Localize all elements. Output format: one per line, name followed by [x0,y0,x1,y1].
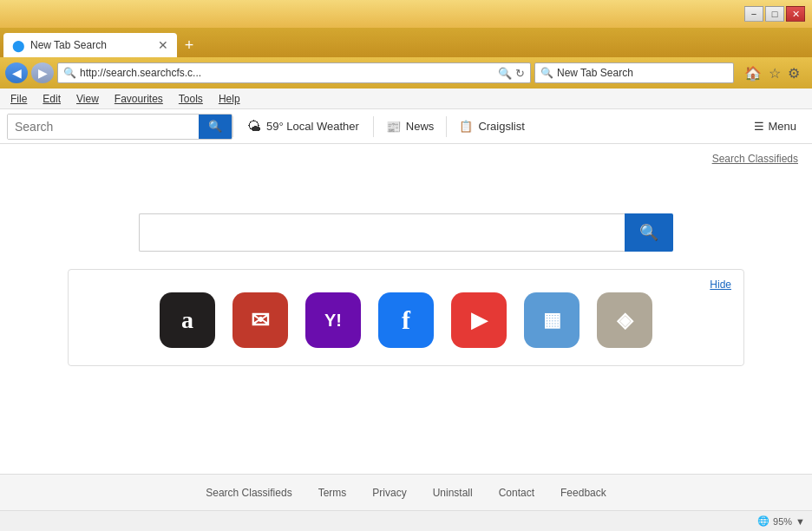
address-bar: ◀ ▶ 🔍 http://search.searchcfs.c... 🔍 ↻ 🔍… [0,57,812,88]
gmail-quicklink[interactable]: ✉ [232,292,288,348]
footer: Search Classifieds Terms Privacy Uninsta… [0,474,812,510]
footer-contact[interactable]: Contact [499,487,534,499]
weather-widget[interactable]: 🌤 59° Local Weather [233,119,373,134]
tab-bar: ⬤ New Tab Search ✕ + [0,28,812,57]
menu-label: Menu [768,120,796,133]
search-classifieds-top-link[interactable]: Search Classifieds [712,153,798,165]
forward-button[interactable]: ▶ [31,62,54,83]
footer-uninstall[interactable]: Uninstall [433,487,473,499]
yahoo-quicklink[interactable]: Y! [305,292,361,348]
title-bar-controls: − □ ✕ [744,6,805,22]
page-toolbar: 🔍 🌤 59° Local Weather 📰 News 📋 Craigslis… [0,109,812,144]
layers-quicklink[interactable]: ◈ [597,292,652,348]
maximize-button[interactable]: □ [765,6,784,22]
zoom-dropdown-icon[interactable]: ▼ [796,516,805,527]
center-search: 🔍 [139,213,673,252]
active-tab[interactable]: ⬤ New Tab Search ✕ [3,33,177,57]
craigslist-link[interactable]: 📋 Craigslist [447,120,536,133]
home-icon[interactable]: 🏠 [744,65,762,82]
craigslist-label: Craigslist [478,120,524,133]
quicklinks-box: Hide a ✉ Y! f ▶ [68,269,744,366]
address-icons: 🔍 ↻ [498,67,525,80]
stack-quicklink[interactable]: ▦ [524,292,580,348]
close-button[interactable]: ✕ [786,6,805,22]
layers-icon: ◈ [617,308,632,332]
page-search-button[interactable]: 🔍 [199,115,232,139]
title-bar: − □ ✕ [0,0,812,28]
status-bar: 🌐 95% ▼ [0,510,812,531]
back-button[interactable]: ◀ [5,62,28,83]
facebook-icon: f [402,305,410,335]
menu-button[interactable]: ☰ Menu [745,120,805,133]
craigslist-icon: 📋 [459,120,473,133]
tab-title: New Tab Search [30,39,153,51]
tab-favicon: ⬤ [12,39,25,52]
refresh-icon[interactable]: ↻ [515,67,525,80]
minimize-button[interactable]: − [744,6,763,22]
url-text: http://search.searchcfs.c... [80,67,494,79]
news-icon: 📰 [386,120,401,134]
amazon-icon: a [181,306,193,334]
settings-icon[interactable]: ⚙ [788,65,800,82]
search-field-icon: 🔍 [540,67,553,79]
footer-terms[interactable]: Terms [318,487,347,499]
browser-toolbar-icons: 🏠 ☆ ⚙ [737,65,807,82]
stack-icon: ▦ [543,309,561,331]
center-search-input[interactable] [139,213,625,252]
browser-search-field[interactable]: 🔍 New Tab Search [534,62,734,83]
menu-help[interactable]: Help [212,91,247,107]
globe-icon: 🌐 [757,515,769,527]
yahoo-icon: Y! [324,311,342,331]
facebook-quicklink[interactable]: f [378,292,434,348]
url-bar[interactable]: 🔍 http://search.searchcfs.c... 🔍 ↻ [57,62,531,83]
menu-file[interactable]: File [3,91,34,107]
center-search-button[interactable]: 🔍 [625,213,673,252]
menu-bar: File Edit View Favourites Tools Help [0,88,812,109]
hamburger-icon: ☰ [754,120,764,133]
youtube-quicklink[interactable]: ▶ [451,292,507,348]
center-search-icon: 🔍 [639,223,658,242]
page-area: 🔍 🌤 59° Local Weather 📰 News 📋 Craigslis… [0,109,812,531]
menu-view[interactable]: View [69,91,106,107]
footer-feedback[interactable]: Feedback [560,487,606,499]
star-icon[interactable]: ☆ [769,65,781,82]
zoom-level[interactable]: 95% [773,516,792,527]
search-magnifier-icon[interactable]: 🔍 [498,67,512,80]
news-label: News [406,120,435,133]
weather-icon: 🌤 [247,119,261,134]
menu-edit[interactable]: Edit [36,91,68,107]
quicklinks-icons: a ✉ Y! f ▶ ▦ [86,292,726,348]
browser-search-text: New Tab Search [557,67,633,79]
lock-icon: 🔍 [63,67,76,79]
page-search-input[interactable] [8,115,199,139]
menu-favourites[interactable]: Favourites [108,91,170,107]
browser-window: − □ ✕ ⬤ New Tab Search ✕ + ◀ ▶ 🔍 http://… [0,0,812,531]
footer-search-classifieds[interactable]: Search Classifieds [206,487,291,499]
news-link[interactable]: 📰 News [374,120,447,134]
gmail-icon: ✉ [251,307,270,334]
amazon-quicklink[interactable]: a [160,292,215,348]
youtube-icon: ▶ [471,308,487,332]
page-search-box[interactable]: 🔍 [7,114,232,140]
hide-link[interactable]: Hide [710,279,731,291]
search-icon: 🔍 [208,120,222,133]
new-tab-button[interactable]: + [177,33,201,57]
main-content: Search Classifieds 🔍 Hide a ✉ [0,144,812,474]
menu-tools[interactable]: Tools [172,91,210,107]
tab-close-button[interactable]: ✕ [158,38,168,52]
footer-privacy[interactable]: Privacy [372,487,406,499]
weather-text: 59° Local Weather [266,120,359,133]
